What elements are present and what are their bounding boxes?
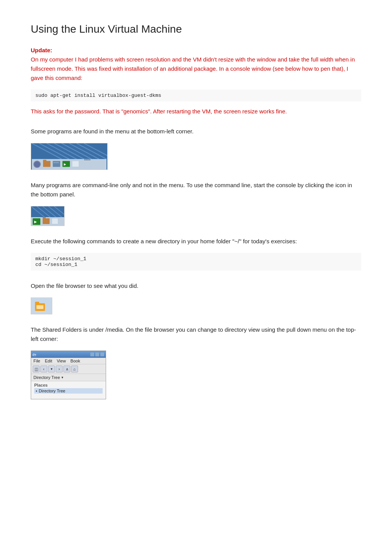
svg-rect-13 xyxy=(43,160,47,162)
svg-rect-15 xyxy=(53,162,55,163)
filebrowser-small-icon xyxy=(31,297,52,314)
fb-btn-min[interactable] xyxy=(90,352,94,356)
page-title: Using the Linux Virtual Machine xyxy=(31,23,361,35)
code-block-1: sudo apt-get install virtualbox-guest-dk… xyxy=(31,90,361,101)
update-label: Update: xyxy=(31,47,361,53)
fb-sidebar-item-directory-tree[interactable]: • Directory Tree xyxy=(34,388,103,394)
fb-location-bar: Directory Tree ▾ xyxy=(31,374,106,381)
svg-rect-16 xyxy=(55,162,57,163)
code-block-2: mkdir ~/session_1 cd ~/session_1 xyxy=(31,253,361,271)
fb-btn-forward[interactable]: › xyxy=(56,366,63,372)
fb-btn-fwd-arrow[interactable]: ▾ xyxy=(48,366,55,372)
svg-text:▶: ▶ xyxy=(64,163,66,166)
fb-item-bullet: • xyxy=(36,389,37,393)
svg-rect-17 xyxy=(57,162,59,163)
paragraph-4: Open the file browser to see what you di… xyxy=(31,281,361,291)
svg-rect-33 xyxy=(52,218,58,224)
taskbar-wide-image: ▶ ▪▪▪▪▪▪▪ xyxy=(31,143,108,170)
file-browser-window: 🗁 File Edit View Book ◫ ‹ ▾ › ∧ ⌂ Direct… xyxy=(31,351,106,399)
fb-menu-view[interactable]: View xyxy=(57,359,66,363)
fb-menu-file[interactable]: File xyxy=(33,359,40,363)
paragraph-5: The Shared Folders is under /media. On t… xyxy=(31,325,361,344)
fb-btn-up[interactable]: ∧ xyxy=(63,366,70,372)
fb-btn-close[interactable] xyxy=(100,352,104,356)
paragraph-2: Many programs are command-line only and … xyxy=(31,181,361,199)
update-text-2: This asks for the password. That is "gen… xyxy=(31,107,361,116)
fb-titlebar-controls xyxy=(90,352,104,356)
svg-rect-36 xyxy=(35,302,39,304)
fb-btn-home[interactable]: ◫ xyxy=(33,366,40,372)
fb-bottom-padding xyxy=(31,395,106,399)
fb-menu-book[interactable]: Book xyxy=(70,359,80,363)
svg-text:▶: ▶ xyxy=(34,220,37,224)
paragraph-3: Execute the following commands to create… xyxy=(31,237,361,246)
svg-rect-14 xyxy=(53,161,60,167)
svg-text:▪▪▪▪▪▪▪: ▪▪▪▪▪▪▪ xyxy=(84,158,91,161)
taskbar-small-image: ▶ xyxy=(31,206,65,226)
fb-btn-back[interactable]: ‹ xyxy=(40,366,47,372)
svg-rect-32 xyxy=(43,217,46,219)
fb-menubar: File Edit View Book xyxy=(31,358,106,364)
svg-point-11 xyxy=(34,161,40,168)
fb-toolbar: ◫ ‹ ▾ › ∧ ⌂ xyxy=(31,364,106,374)
svg-rect-37 xyxy=(37,305,43,309)
fb-sidebar: Places • Directory Tree xyxy=(31,381,106,395)
fb-title-icon: 🗁 xyxy=(33,352,37,357)
fb-btn-max[interactable] xyxy=(95,352,99,356)
fb-location-label: Directory Tree xyxy=(33,375,60,380)
fb-btn-homedir[interactable]: ⌂ xyxy=(71,366,78,372)
svg-rect-31 xyxy=(43,218,50,224)
svg-rect-20 xyxy=(72,161,79,167)
fb-sidebar-section-places: Places xyxy=(34,383,103,387)
fb-sidebar-item-label: Directory Tree xyxy=(39,389,65,393)
fb-dropdown-arrow[interactable]: ▾ xyxy=(61,376,63,379)
fb-titlebar: 🗁 xyxy=(31,351,106,358)
update-text: On my computer I had problems with scree… xyxy=(31,55,361,83)
svg-rect-12 xyxy=(43,161,50,167)
fb-menu-edit[interactable]: Edit xyxy=(45,359,52,363)
paragraph-1: Some programs are found in the menu at t… xyxy=(31,127,361,136)
